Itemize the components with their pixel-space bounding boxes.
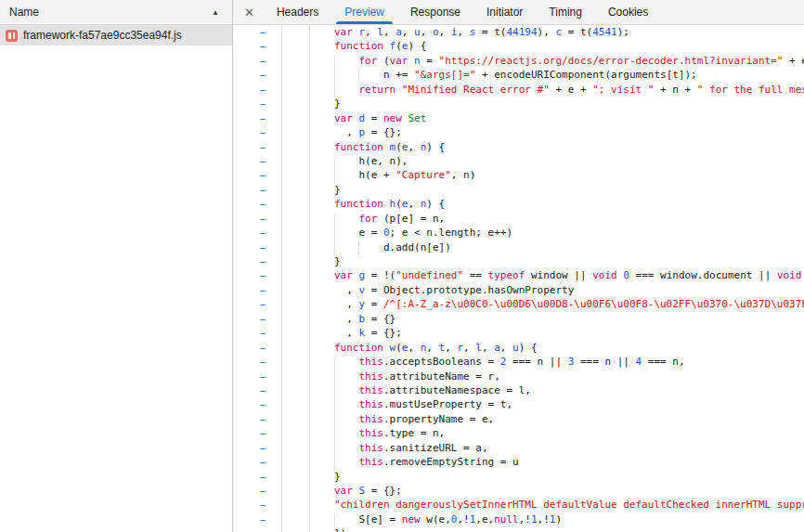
fold-toggle-icon[interactable]: − bbox=[255, 198, 270, 212]
fold-toggle-icon[interactable]: − bbox=[255, 370, 270, 384]
code-line[interactable]: } bbox=[285, 255, 341, 267]
request-list: framework-fa57ae9cc35ea94f.js bbox=[0, 25, 232, 45]
fold-toggle-icon[interactable]: − bbox=[255, 485, 270, 499]
code-line[interactable]: var r, l, a, u, o, i, s = t(44194), c = … bbox=[285, 26, 629, 38]
fold-toggle-icon[interactable]: − bbox=[255, 155, 270, 169]
fold-toggle-icon[interactable]: − bbox=[255, 97, 270, 111]
token-p: .sanitizeURL = a, bbox=[383, 442, 488, 454]
token-p: ; e < n.length; e++) bbox=[390, 227, 512, 239]
name-column-header[interactable]: Name ▲ bbox=[0, 0, 232, 25]
fold-toggle-icon[interactable]: − bbox=[255, 141, 270, 155]
code-line-row: − , p = {}; bbox=[233, 126, 804, 140]
code-line[interactable]: this.sanitizeURL = a, bbox=[285, 442, 488, 454]
code-line[interactable]: , k = {}; bbox=[285, 327, 402, 339]
request-row[interactable]: framework-fa57ae9cc35ea94f.js bbox=[0, 25, 232, 45]
fold-toggle-icon[interactable]: − bbox=[255, 169, 270, 183]
token-k: this bbox=[358, 413, 383, 425]
code-line[interactable]: var S = {}; bbox=[285, 485, 402, 497]
code-line[interactable]: } bbox=[285, 184, 341, 196]
code-line[interactable]: this.type = n, bbox=[285, 427, 445, 439]
token-p: = {} bbox=[365, 313, 396, 325]
token-p: } bbox=[334, 255, 341, 267]
fold-toggle-icon[interactable]: − bbox=[255, 284, 270, 298]
fold-toggle-icon[interactable]: − bbox=[255, 55, 270, 69]
code-line[interactable]: this.attributeName = r, bbox=[285, 370, 500, 383]
code-line[interactable]: , v = Object.prototype.hasOwnProperty bbox=[285, 284, 574, 296]
code-line[interactable]: , b = {} bbox=[285, 313, 396, 325]
tab-initiator[interactable]: Initiator bbox=[477, 0, 532, 24]
fold-toggle-icon[interactable]: − bbox=[255, 527, 270, 532]
code-line[interactable]: d.add(n[e]) bbox=[285, 241, 451, 253]
fold-toggle-icon[interactable]: − bbox=[255, 471, 270, 485]
fold-toggle-icon[interactable]: − bbox=[255, 384, 270, 398]
preview-code-viewer[interactable]: − var r, l, a, u, o, i, s = t(44194), c … bbox=[233, 26, 804, 532]
fold-toggle-icon[interactable]: − bbox=[255, 255, 270, 269]
code-line[interactable]: S[e] = new w(e,0,!1,e,null,!1,!1) bbox=[285, 513, 562, 526]
fold-toggle-icon[interactable]: − bbox=[255, 26, 270, 40]
code-line[interactable]: this.propertyName = e, bbox=[285, 413, 494, 425]
code-line-row: − } bbox=[233, 184, 804, 198]
code-line[interactable]: for (p[e] = n, bbox=[285, 213, 445, 225]
code-line[interactable]: , y = /^[:A-Z_a-z\u00C0-\u00D6\u00D8-\u0… bbox=[285, 298, 804, 310]
fold-toggle-icon[interactable]: − bbox=[255, 413, 270, 427]
fold-toggle-icon[interactable]: − bbox=[255, 442, 270, 456]
code-line[interactable]: this.attributeNamespace = l, bbox=[285, 384, 531, 396]
fold-toggle-icon[interactable]: − bbox=[255, 84, 270, 97]
code-line[interactable]: , p = {}; bbox=[285, 126, 402, 138]
code-line[interactable]: this.acceptsBooleans = 2 === n || 3 === … bbox=[285, 356, 685, 368]
tab-headers[interactable]: Headers bbox=[267, 0, 328, 24]
code-line[interactable]: return "Minified React error #" + e + ";… bbox=[285, 84, 804, 96]
code-line[interactable]: "children dangerouslySetInnerHTML defaul… bbox=[285, 499, 804, 511]
code-line[interactable]: function m(e, n) { bbox=[285, 141, 445, 153]
fold-toggle-icon[interactable]: − bbox=[255, 126, 270, 140]
code-line[interactable]: for (var n = "https://reactjs.org/docs/e… bbox=[285, 55, 804, 67]
code-line[interactable]: h(e + "Capture", n) bbox=[285, 169, 475, 181]
fold-toggle-icon[interactable]: − bbox=[255, 269, 270, 283]
fold-toggle-icon[interactable]: − bbox=[255, 342, 270, 356]
token-p bbox=[383, 141, 390, 153]
close-icon[interactable]: ✕ bbox=[233, 0, 260, 24]
fold-toggle-icon[interactable]: − bbox=[255, 184, 270, 198]
token-s: " for the full message or use the non-mi… bbox=[697, 84, 804, 96]
code-line[interactable]: } bbox=[285, 97, 341, 110]
fold-toggle-icon[interactable]: − bbox=[255, 227, 270, 240]
code-line[interactable]: e = 0; e < n.length; e++) bbox=[285, 227, 512, 239]
code-line[interactable]: function f(e) { bbox=[285, 40, 426, 52]
fold-toggle-icon[interactable]: − bbox=[255, 213, 270, 227]
sort-ascending-icon[interactable]: ▲ bbox=[212, 8, 225, 17]
fold-toggle-icon[interactable]: − bbox=[255, 112, 270, 126]
code-line[interactable]: function h(e, n) { bbox=[285, 198, 445, 210]
token-p: w(e, bbox=[421, 513, 451, 526]
code-line[interactable]: var g = !("undefined" == typeof window |… bbox=[285, 269, 804, 281]
tab-timing[interactable]: Timing bbox=[539, 0, 591, 24]
token-p: ,! bbox=[538, 513, 550, 526]
fold-toggle-icon[interactable]: − bbox=[255, 241, 270, 255]
token-k: this bbox=[358, 398, 383, 410]
token-s: "Minified React error #" bbox=[402, 84, 550, 96]
fold-toggle-icon[interactable]: − bbox=[255, 427, 270, 441]
fold-toggle-icon[interactable]: − bbox=[255, 398, 270, 412]
code-line-row: − this.sanitizeURL = a, bbox=[233, 442, 804, 456]
fold-toggle-icon[interactable]: − bbox=[255, 313, 270, 327]
code-line-row: − this.attributeNamespace = l, bbox=[233, 384, 804, 398]
code-line[interactable]: this.mustUseProperty = t, bbox=[285, 398, 512, 410]
code-line[interactable]: this.removeEmptyString = u bbox=[285, 456, 519, 468]
code-line[interactable]: h(e, n), bbox=[285, 155, 408, 167]
fold-toggle-icon[interactable]: − bbox=[255, 69, 270, 83]
fold-toggle-icon[interactable]: − bbox=[255, 356, 270, 370]
fold-toggle-icon[interactable]: − bbox=[255, 499, 270, 513]
code-line[interactable]: var d = new Set bbox=[285, 112, 426, 124]
code-line[interactable]: }) bbox=[285, 527, 346, 532]
fold-toggle-icon[interactable]: − bbox=[255, 40, 270, 54]
fold-toggle-icon[interactable]: − bbox=[255, 456, 270, 470]
code-line[interactable]: } bbox=[285, 471, 341, 483]
token-p: .mustUseProperty = t, bbox=[383, 398, 512, 410]
code-line[interactable]: n += "&args[]=" + encodeURIComponent(arg… bbox=[285, 69, 697, 81]
code-line[interactable]: function w(e, n, t, r, l, a, u) { bbox=[285, 342, 538, 354]
tab-response[interactable]: Response bbox=[401, 0, 470, 24]
fold-toggle-icon[interactable]: − bbox=[255, 513, 270, 527]
tab-preview[interactable]: Preview bbox=[335, 0, 394, 24]
fold-toggle-icon[interactable]: − bbox=[255, 327, 270, 341]
fold-toggle-icon[interactable]: − bbox=[255, 298, 270, 312]
tab-cookies[interactable]: Cookies bbox=[599, 0, 657, 24]
